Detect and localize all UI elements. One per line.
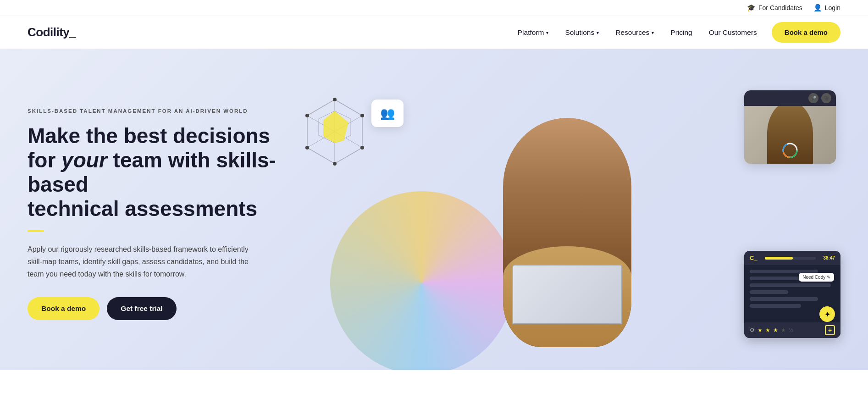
- hero-visual: 👥 🎤 🎥: [293, 81, 840, 347]
- hero-title-line2: for your team with skills-based: [28, 148, 276, 196]
- circle-decoration: [330, 191, 514, 370]
- hero-free-trial-button[interactable]: Get free trial: [107, 297, 176, 320]
- hex-chart-svg: [298, 95, 371, 168]
- navbar: Codility_ Platform ▾ Solutions ▾ Resourc…: [0, 16, 868, 49]
- need-cody-tooltip: Need Cody ✎: [799, 273, 834, 282]
- hero-buttons: Book a demo Get free trial: [28, 297, 293, 320]
- laptop-screen: [513, 266, 621, 323]
- video-card-header: 🎤 🎥: [744, 90, 836, 106]
- svg-point-9: [305, 146, 309, 149]
- chevron-down-icon: ▾: [546, 30, 548, 35]
- progress-indicator: [781, 142, 799, 161]
- chevron-down-icon: ▾: [597, 30, 599, 35]
- code-card-header: C_ 38:47: [744, 251, 840, 265]
- code-logo: C_: [750, 255, 757, 261]
- code-line-4: [750, 290, 788, 294]
- hex-chart-widget: [298, 95, 371, 168]
- star-1: ★: [757, 327, 763, 333]
- nav-links: Platform ▾ Solutions ▾ Resources ▾ Prici…: [518, 28, 757, 37]
- laptop: [512, 265, 622, 324]
- code-timer: 38:47: [823, 255, 835, 260]
- graduation-icon: 🎓: [747, 4, 756, 12]
- people-icon: 👥: [380, 106, 395, 121]
- code-progress-fill: [765, 257, 793, 260]
- hero-eyebrow: SKILLS-BASED TALENT MANAGEMENT FOR AN AI…: [28, 108, 293, 114]
- hero-section: SKILLS-BASED TALENT MANAGEMENT FOR AN AI…: [0, 49, 868, 370]
- code-line-2: [750, 277, 801, 280]
- nav-customers[interactable]: Our Customers: [709, 28, 757, 37]
- svg-point-10: [305, 114, 309, 117]
- star-4: ★: [781, 327, 786, 333]
- star-3: ★: [773, 327, 778, 333]
- video-call-card: 🎤 🎥: [744, 90, 836, 164]
- for-candidates-link[interactable]: 🎓 For Candidates: [747, 4, 802, 12]
- camera-icon[interactable]: 🎥: [821, 93, 831, 103]
- login-label: Login: [825, 4, 840, 11]
- video-content: [744, 106, 836, 164]
- hero-person: [494, 109, 641, 347]
- progress-circle: [781, 142, 799, 159]
- code-line-5: [750, 297, 818, 301]
- code-footer: ⚙ ★ ★ ★ ★ ½ +: [744, 322, 840, 338]
- logo[interactable]: Codility_: [28, 25, 76, 39]
- star-half: ½: [789, 327, 793, 333]
- nav-pricing[interactable]: Pricing: [670, 28, 692, 37]
- nav-solutions[interactable]: Solutions ▾: [565, 28, 599, 37]
- chevron-down-icon: ▾: [652, 30, 654, 35]
- mic-icon[interactable]: 🎤: [808, 93, 818, 103]
- user-icon: 👤: [813, 4, 822, 12]
- login-link[interactable]: 👤 Login: [813, 4, 840, 12]
- hero-book-demo-button[interactable]: Book a demo: [28, 297, 100, 320]
- settings-icon: ⚙: [750, 327, 755, 333]
- add-button[interactable]: +: [825, 325, 835, 335]
- nav-platform[interactable]: Platform ▾: [518, 28, 549, 37]
- hero-title: Make the best decisions for your team wi…: [28, 124, 293, 221]
- code-progress-bar: [765, 257, 816, 260]
- code-line-6: [750, 304, 801, 308]
- ai-assistant-button[interactable]: ✦: [819, 306, 835, 322]
- svg-point-6: [360, 114, 364, 117]
- person-body: [503, 118, 631, 347]
- star-2: ★: [765, 327, 770, 333]
- hero-accent-line: [28, 230, 44, 232]
- people-card: 👥: [371, 100, 404, 127]
- nav-resources[interactable]: Resources ▾: [615, 28, 654, 37]
- svg-point-5: [333, 98, 337, 101]
- top-bar: 🎓 For Candidates 👤 Login: [0, 0, 868, 16]
- hero-content: SKILLS-BASED TALENT MANAGEMENT FOR AN AI…: [28, 108, 293, 320]
- svg-point-7: [360, 146, 364, 149]
- code-editor-card: C_ 38:47 Need Cody ✎ ✦ ⚙ ★ ★: [744, 251, 840, 338]
- hero-description: Apply our rigorously researched skills-b…: [28, 243, 257, 281]
- code-line-3: [750, 283, 831, 287]
- svg-point-8: [333, 162, 337, 166]
- for-candidates-label: For Candidates: [758, 4, 802, 11]
- navbar-book-demo-button[interactable]: Book a demo: [772, 22, 840, 43]
